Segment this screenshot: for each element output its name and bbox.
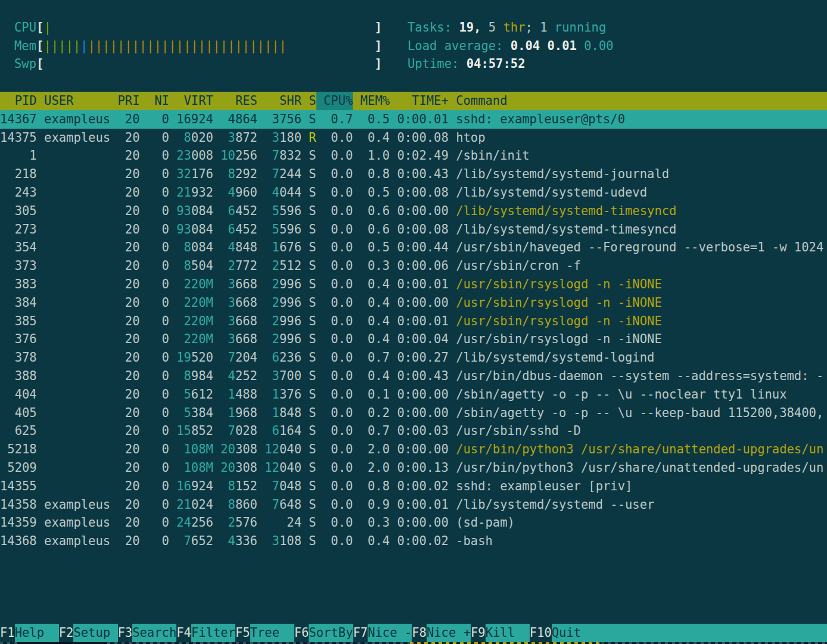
column-header-cpu-pct[interactable]: CPU% [324,92,353,110]
process-row[interactable]: 14367 exampleus 20 0 16924 4864 3756 S 0… [0,110,827,129]
fkey-f5-tree[interactable]: F5Tree [235,624,294,642]
column-gap [169,406,176,420]
process-row[interactable]: 14375 exampleus 20 0 8020 3872 3180 R 0.… [0,129,827,147]
fkey-f4-filter[interactable]: F4Filter [176,624,235,642]
column-header-command[interactable]: Command [456,92,507,110]
process-row[interactable]: 243 20 0 21932 4960 4044 S 0.0 0.5 0:00.… [0,183,827,202]
memory-value-mb: 1 [272,406,279,420]
cell-cpu-pct: 0.0 [324,275,353,294]
process-row[interactable]: 218 20 0 32176 8292 7244 S 0.0 0.8 0:00.… [0,165,827,183]
cell-state: S [309,147,316,165]
column-gap [213,295,220,310]
fkey-f8-nice-[interactable]: F8Nice + [412,624,471,642]
column-header-ni[interactable]: NI [147,92,169,110]
process-row[interactable]: 404 20 0 5612 1488 1376 S 0.0 0.1 0:00.0… [0,385,827,404]
process-row[interactable]: 354 20 0 8084 4848 1676 S 0.0 0.5 0:00.4… [0,238,827,257]
column-gap [257,94,265,108]
memory-value-kb: 984 [191,369,213,383]
fkey-action-label: Help [15,624,59,642]
column-header-virt[interactable]: VIRT [176,92,213,110]
cell-pri: 20 [117,275,139,294]
process-row[interactable]: 14358 exampleus 20 0 21024 8860 7648 S 0… [0,496,827,514]
cell-time: 0:00.01 [397,312,448,331]
cell-ni: 0 [147,220,169,239]
process-row[interactable]: 5218 20 0 108M 20308 12040 S 0.0 2.0 0:0… [0,440,827,459]
column-gap [213,534,220,548]
column-gap [390,277,397,291]
column-gap [449,259,456,273]
fkey-f6-sortby[interactable]: F6SortBy [294,624,353,642]
column-gap [301,406,309,420]
process-row[interactable]: 405 20 0 5384 1968 1848 S 0.0 0.2 0:00.0… [0,404,827,422]
process-row[interactable]: 625 20 0 15852 7028 6164 S 0.0 0.7 0:00.… [0,422,827,440]
cell-state: S [309,404,316,422]
column-header-mem-pct[interactable]: MEM% [360,92,390,110]
cell-pri: 20 [117,459,139,477]
column-header-user[interactable]: USER [44,92,110,110]
column-gap [257,332,265,346]
fkey-f7-nice-[interactable]: F7Nice - [353,624,412,642]
process-row[interactable]: 5209 20 0 108M 20308 12040 S 0.0 2.0 0:0… [0,459,827,477]
column-header-pri[interactable]: PRI [117,92,139,110]
process-row[interactable]: 378 20 0 19520 7204 6236 S 0.0 0.7 0:00.… [0,349,827,367]
process-row[interactable]: 14359 exampleus 20 0 24256 2576 24 S 0.0… [0,514,827,532]
process-row[interactable]: 1 20 0 23008 10256 7832 S 0.0 1.0 0:02.4… [0,147,827,165]
column-gap [353,94,360,108]
column-gap [139,515,147,530]
cell-time: 0:00.43 [397,165,448,183]
cell-time: 0:00.00 [397,440,448,459]
column-gap [316,112,324,126]
column-gap [449,295,456,310]
column-gap [316,222,324,237]
cell-command: /usr/sbin/cron -f [456,257,581,275]
column-gap [449,497,456,512]
cell-state: S [309,110,316,129]
column-gap [353,406,360,420]
process-row[interactable]: 14368 exampleus 20 0 7652 4336 3108 S 0.… [0,532,827,550]
orange-bar-ticks: ||||||||||||||||||||||||||| [88,39,286,53]
column-header-state[interactable]: S [309,92,316,110]
cell-user: exampleus [44,129,110,147]
column-header-res[interactable]: RES [220,92,257,110]
column-gap [37,424,44,438]
column-gap [353,497,360,512]
cell-pri: 20 [117,514,139,532]
column-gap [449,148,456,163]
process-row[interactable]: 273 20 0 93084 6452 5596 S 0.0 0.6 0:00.… [0,220,827,239]
fkey-f10-quit[interactable]: F10Quit [530,624,827,642]
column-gap [37,204,44,218]
memory-value-mb: 23 [176,148,191,163]
process-row[interactable]: 388 20 0 8984 4252 3700 S 0.0 0.4 0:00.4… [0,367,827,385]
memory-value-kb: 308 [235,461,257,475]
column-header-shr[interactable]: SHR [265,92,301,110]
cell-pid: 14367 [0,110,37,129]
cell-shr: 7648 [265,496,301,514]
fkey-f9-kill[interactable]: F9Kill [471,624,530,642]
column-gap [169,534,176,548]
cell-mem-pct: 0.4 [360,312,390,331]
cell-res: 20308 [220,440,257,459]
process-row[interactable]: 373 20 0 8504 2772 2512 S 0.0 0.3 0:00.0… [0,257,827,275]
cell-pid: 1 [0,147,37,165]
process-row[interactable]: 14355 20 0 16924 8152 7048 S 0.0 0.8 0:0… [0,477,827,496]
cell-command: /lib/systemd/systemd-udevd [456,183,647,202]
fkey-f1-help[interactable]: F1Help [0,624,59,642]
cell-time: 0:00.01 [397,496,448,514]
memory-value-kb: 668 [235,314,257,328]
column-header-pid[interactable]: PID [0,92,37,110]
process-row[interactable]: 383 20 0 220M 3668 2996 S 0.0 0.4 0:00.0… [0,275,827,294]
fkey-f2-setup[interactable]: F2Setup [59,624,118,642]
column-gap [110,314,117,328]
memory-value-mb: 24 [176,515,191,530]
column-gap [37,442,44,456]
cell-cpu-pct: 0.0 [324,147,353,165]
process-row[interactable]: 305 20 0 93084 6452 5596 S 0.0 0.6 0:00.… [0,202,827,220]
column-gap [301,222,309,237]
column-header-time[interactable]: TIME+ [397,92,448,110]
column-gap [301,479,309,493]
cell-mem-pct: 2.0 [360,440,390,459]
process-row[interactable]: 384 20 0 220M 3668 2996 S 0.0 0.4 0:00.0… [0,294,827,312]
fkey-f3-search[interactable]: F3Search [118,624,177,642]
process-row[interactable]: 385 20 0 220M 3668 2996 S 0.0 0.4 0:00.0… [0,312,827,331]
process-row[interactable]: 376 20 0 220M 3668 2996 S 0.0 0.4 0:00.0… [0,330,827,349]
